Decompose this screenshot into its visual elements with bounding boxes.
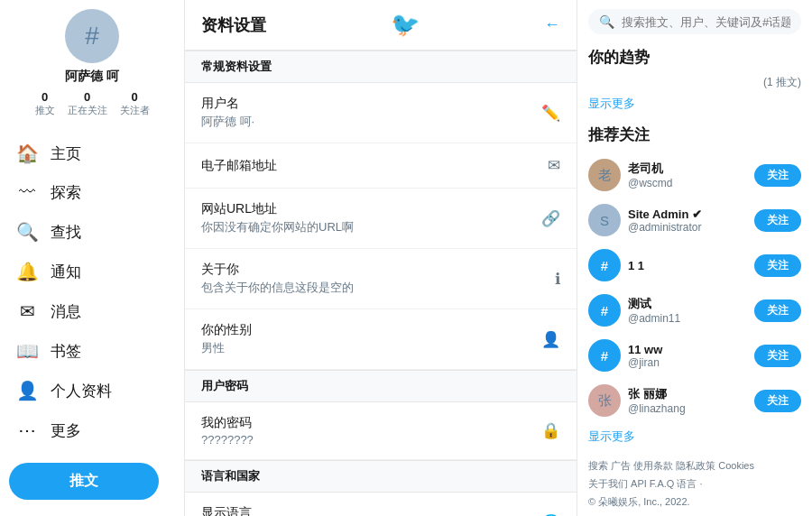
avatar: # <box>65 9 119 63</box>
follow-button[interactable]: 关注 <box>754 164 801 187</box>
settings-row-bio: 关于你 包含关于你的信息这段是空的 ℹ <box>185 249 577 309</box>
trends-section: 你的趋势 (1 推文) 显示更多 <box>588 47 801 112</box>
settings-row-password: 我的密码 ???????? 🔒 <box>185 402 577 460</box>
bell-icon: 🔔 <box>16 261 38 282</box>
avatar: 张 <box>588 384 621 417</box>
home-icon: 🏠 <box>16 143 38 164</box>
list-item: # 测试 @admin11 关注 <box>588 288 801 333</box>
search-box[interactable]: 🔍 <box>588 9 801 34</box>
tweet-button[interactable]: 推文 <box>9 463 159 500</box>
follow-section: 推荐关注 老 老司机 @wscmd 关注 S Site Admin ✔ @adm… <box>588 124 801 445</box>
more-icon: ⋯ <box>16 419 38 441</box>
explore-icon: 〰 <box>16 183 38 202</box>
sidebar-item-profile[interactable]: 👤 个人资料 <box>9 371 175 410</box>
edit-password-icon[interactable]: 🔒 <box>541 421 560 440</box>
edit-username-icon[interactable]: ✏️ <box>541 104 560 123</box>
sidebar-item-messages[interactable]: ✉ 消息 <box>9 291 175 331</box>
mail-icon: ✉ <box>16 300 38 322</box>
search-icon: 🔍 <box>599 14 614 29</box>
edit-website-icon[interactable]: 🔗 <box>541 209 560 228</box>
profile-area: # 阿萨德 呵 0 推文 0 正在关注 0 关注者 <box>9 9 175 126</box>
list-item: 老 老司机 @wscmd 关注 <box>588 152 801 198</box>
section-header-password: 用户密码 <box>185 370 577 402</box>
right-panel: 🔍 你的趋势 (1 推文) 显示更多 推荐关注 老 老司机 @wscmd 关注 … <box>577 0 812 516</box>
page-title: 资料设置 <box>201 14 266 36</box>
follow-title: 推荐关注 <box>588 124 801 145</box>
list-item: # 1 1 关注 <box>588 243 801 288</box>
twitter-logo-icon: 🐦 <box>391 11 420 39</box>
section-header-language: 语言和国家 <box>185 460 577 493</box>
settings-row-website: 网站URL地址 你因没有确定你网站的URL啊 🔗 <box>185 189 577 249</box>
list-item: 张 张 丽娜 @linazhang 关注 <box>588 378 801 423</box>
follow-button[interactable]: 关注 <box>754 209 801 232</box>
username-display: 阿萨德 呵 <box>65 69 119 85</box>
trends-show-more[interactable]: 显示更多 <box>588 96 801 112</box>
stats-row: 0 推文 0 正在关注 0 关注者 <box>35 90 150 117</box>
follow-button[interactable]: 关注 <box>754 345 801 367</box>
sidebar-item-find[interactable]: 🔍 查找 <box>9 212 175 252</box>
trends-count: (1 推文) <box>588 75 801 90</box>
main-header: 资料设置 🐦 ← <box>185 0 577 51</box>
settings-row-username: 用户名 阿萨德 呵· ✏️ <box>185 83 577 143</box>
stat-following: 0 正在关注 <box>68 90 107 117</box>
bookmark-icon: 📖 <box>16 340 38 362</box>
stat-tweets: 0 推文 <box>35 90 55 117</box>
follow-button[interactable]: 关注 <box>754 390 801 412</box>
avatar: S <box>588 204 621 236</box>
sidebar-item-more[interactable]: ⋯ 更多 <box>9 410 175 450</box>
sidebar-item-explore[interactable]: 〰 探索 <box>9 173 175 212</box>
settings-row-language: 显示语言 简体中文 🌐 <box>185 493 577 516</box>
sidebar: # 阿萨德 呵 0 推文 0 正在关注 0 关注者 🏠 主页 〰 探索 <box>0 0 185 516</box>
find-icon: 🔍 <box>16 221 38 243</box>
edit-gender-icon[interactable]: 👤 <box>541 330 560 349</box>
sidebar-item-home[interactable]: 🏠 主页 <box>9 134 175 173</box>
list-item: S Site Admin ✔ @administrator 关注 <box>588 198 801 243</box>
follow-button[interactable]: 关注 <box>754 254 801 277</box>
edit-email-icon[interactable]: ✉ <box>548 156 560 175</box>
stat-followers: 0 关注者 <box>120 90 150 117</box>
list-item: # 11 ww @jiran 关注 <box>588 333 801 378</box>
avatar: 老 <box>588 159 621 191</box>
sidebar-item-bookmarks[interactable]: 📖 书签 <box>9 331 175 371</box>
avatar: # <box>588 294 621 327</box>
avatar: # <box>588 339 621 372</box>
person-icon: 👤 <box>16 380 38 401</box>
main-content: 资料设置 🐦 ← 常规资料设置 用户名 阿萨德 呵· ✏️ 电子邮箱地址 ✉ 网… <box>185 0 577 516</box>
settings-row-email: 电子邮箱地址 ✉ <box>185 143 577 189</box>
follow-show-more[interactable]: 显示更多 <box>588 428 801 445</box>
settings-row-gender: 你的性别 男性 👤 <box>185 309 577 370</box>
footer-links: 搜索 广告 使用条款 隐私政策 Cookies 关于我们 API F.A.Q 语… <box>588 457 801 511</box>
trends-title: 你的趋势 <box>588 47 801 68</box>
section-header-general: 常规资料设置 <box>185 51 577 83</box>
edit-bio-icon[interactable]: ℹ <box>555 270 560 289</box>
back-icon[interactable]: ← <box>544 15 560 34</box>
nav-list: 🏠 主页 〰 探索 🔍 查找 🔔 通知 ✉ 消息 📖 书签 👤 个人资料 ⋯ <box>9 134 175 450</box>
follow-button[interactable]: 关注 <box>754 299 801 322</box>
search-input[interactable] <box>622 15 790 29</box>
avatar: # <box>588 249 621 281</box>
edit-language-icon[interactable]: 🌐 <box>541 513 560 517</box>
sidebar-item-notifications[interactable]: 🔔 通知 <box>9 252 175 291</box>
